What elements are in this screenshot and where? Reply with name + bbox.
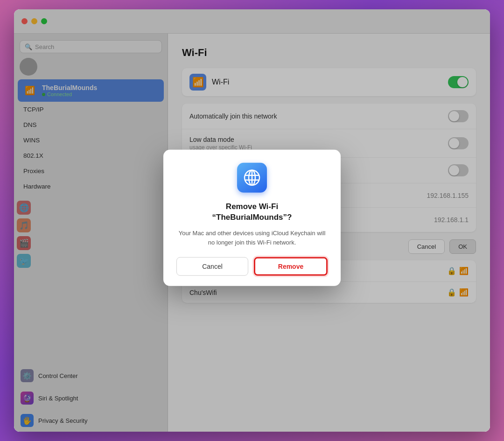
- dialog-title-line1: Remove Wi-Fi: [226, 202, 278, 210]
- dialog-title-line2: “TheBurialMounds”?: [212, 213, 292, 222]
- main-window: 🔍 Search 📶 TheBurialMounds Connected TCP…: [14, 9, 490, 432]
- dialog-body: Your Mac and other devices using iCloud …: [176, 229, 328, 247]
- dialog-icon: [237, 162, 267, 192]
- dialog-title: Remove Wi-Fi “TheBurialMounds”?: [176, 201, 328, 223]
- globe-icon: [243, 168, 261, 187]
- remove-wifi-dialog: Remove Wi-Fi “TheBurialMounds”? Your Mac…: [163, 149, 341, 286]
- dialog-remove-button[interactable]: Remove: [254, 257, 328, 276]
- dialog-cancel-button[interactable]: Cancel: [176, 257, 248, 276]
- dialog-buttons: Cancel Remove: [176, 257, 328, 276]
